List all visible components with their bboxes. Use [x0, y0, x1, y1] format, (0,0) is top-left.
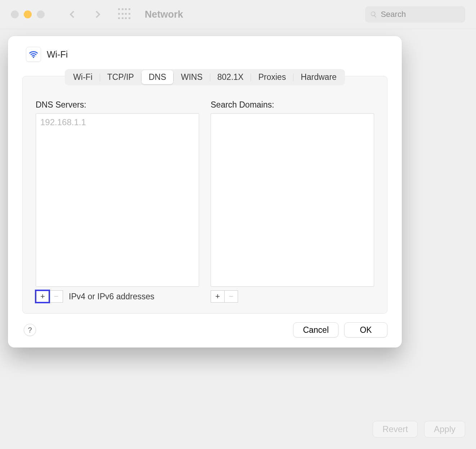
- sheet-title: Wi-Fi: [47, 49, 68, 60]
- show-all-button[interactable]: [118, 8, 130, 21]
- chevron-right-icon: [92, 9, 103, 20]
- nav-arrows: [67, 9, 103, 20]
- dns-hint: IPv4 or IPv6 addresses: [69, 292, 154, 301]
- dns-servers-buttons: + −: [36, 290, 63, 303]
- close-window-button[interactable]: [11, 10, 19, 18]
- tab-wifi[interactable]: Wi-Fi: [66, 70, 100, 84]
- search-domains-buttons: + −: [211, 290, 238, 303]
- remove-dns-server-button[interactable]: −: [49, 290, 63, 303]
- tab-wins[interactable]: WINS: [174, 70, 210, 84]
- back-button[interactable]: [67, 9, 78, 20]
- add-search-domain-button[interactable]: +: [211, 290, 224, 303]
- tab-tcpip[interactable]: TCP/IP: [100, 70, 141, 84]
- forward-button[interactable]: [92, 9, 103, 20]
- tab-proxies[interactable]: Proxies: [251, 70, 293, 84]
- search-field[interactable]: [365, 6, 465, 23]
- svg-point-0: [33, 56, 34, 58]
- tab-content: DNS Servers: 192.168.1.1 + − IPv4 or IPv…: [22, 76, 387, 314]
- help-button[interactable]: ?: [24, 324, 36, 336]
- search-domains-label: Search Domains:: [211, 100, 374, 110]
- search-domains-list[interactable]: [211, 113, 374, 287]
- advanced-settings-sheet: Wi-Fi Wi-Fi TCP/IP DNS WINS 802.1X Proxi…: [8, 36, 402, 348]
- titlebar-separator: [0, 29, 476, 29]
- minimize-window-button[interactable]: [24, 10, 32, 18]
- revert-button[interactable]: Revert: [373, 421, 418, 437]
- dns-servers-section: DNS Servers: 192.168.1.1 + − IPv4 or IPv…: [36, 100, 199, 303]
- zoom-window-button[interactable]: [37, 10, 45, 18]
- wifi-icon: [26, 47, 41, 62]
- cancel-button[interactable]: Cancel: [293, 322, 338, 337]
- tab-dns[interactable]: DNS: [142, 70, 174, 84]
- window-title: Network: [145, 9, 183, 20]
- remove-search-domain-button[interactable]: −: [224, 290, 238, 303]
- search-input[interactable]: [381, 10, 460, 19]
- dns-server-entry[interactable]: 192.168.1.1: [40, 117, 194, 127]
- tab-8021x[interactable]: 802.1X: [210, 70, 251, 84]
- apply-button[interactable]: Apply: [424, 421, 465, 437]
- tab-hardware[interactable]: Hardware: [293, 70, 344, 84]
- dns-servers-label: DNS Servers:: [36, 100, 199, 110]
- window-controls: [11, 10, 45, 18]
- ok-button[interactable]: OK: [344, 322, 387, 337]
- parent-footer: Revert Apply: [0, 409, 476, 449]
- dns-servers-list[interactable]: 192.168.1.1: [36, 113, 199, 287]
- sheet-footer: ? Cancel OK: [8, 314, 402, 348]
- search-icon: [370, 10, 377, 18]
- tab-bar: Wi-Fi TCP/IP DNS WINS 802.1X Proxies Har…: [65, 69, 345, 85]
- chevron-left-icon: [67, 9, 78, 20]
- sheet-header: Wi-Fi: [8, 36, 402, 69]
- search-domains-section: Search Domains: + −: [211, 100, 374, 303]
- titlebar: Network: [0, 0, 476, 29]
- add-dns-server-button[interactable]: +: [36, 290, 49, 303]
